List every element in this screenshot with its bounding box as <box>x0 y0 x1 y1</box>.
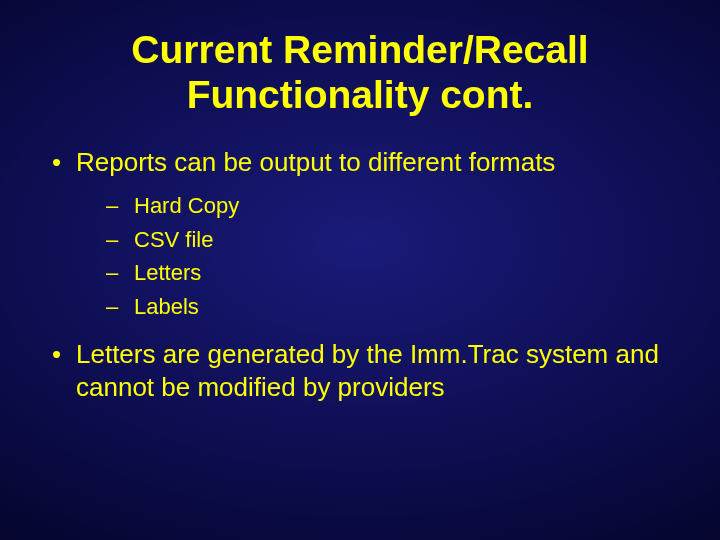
sub-bullet-item: CSV file <box>48 226 672 254</box>
sub-bullet-item: Letters <box>48 259 672 287</box>
sub-bullet-list: Hard Copy CSV file Letters Labels <box>48 192 672 320</box>
slide-title: Current Reminder/Recall Functionality co… <box>48 28 672 118</box>
title-line-1: Current Reminder/Recall <box>131 28 588 71</box>
bullet-item: Reports can be output to different forma… <box>48 146 672 179</box>
title-line-2: Functionality cont. <box>187 73 534 116</box>
bullet-list-2: Letters are generated by the Imm.Trac sy… <box>48 338 672 403</box>
bullet-list: Reports can be output to different forma… <box>48 146 672 179</box>
slide: Current Reminder/Recall Functionality co… <box>0 0 720 540</box>
sub-bullet-item: Labels <box>48 293 672 321</box>
sub-bullet-item: Hard Copy <box>48 192 672 220</box>
bullet-item: Letters are generated by the Imm.Trac sy… <box>48 338 672 403</box>
